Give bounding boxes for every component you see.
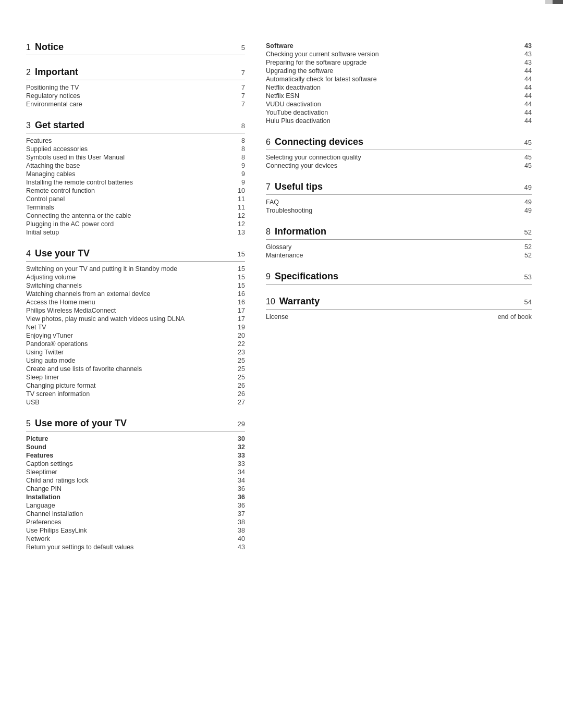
entry-label: Control panel: [26, 195, 229, 203]
section-page: 29: [238, 420, 245, 428]
entry-page: 33: [229, 460, 245, 467]
section-number: 4: [26, 249, 31, 258]
section-number: 7: [266, 182, 271, 192]
entry-label: Return your settings to default values: [26, 544, 229, 551]
toc-entry: Network40: [26, 535, 245, 543]
entry-label: Supplied accessories: [26, 145, 229, 153]
entry-page: 52: [516, 252, 532, 259]
entry-page: 10: [229, 187, 245, 194]
toc-entry: Remote control function10: [26, 187, 245, 195]
entry-page: 44: [516, 92, 532, 100]
entry-label: Installing the remote control batteries: [26, 179, 229, 186]
toc-entry: Regulatory notices7: [26, 92, 245, 100]
toc-entry: Maintenance52: [266, 251, 532, 260]
section-number: 1: [26, 43, 31, 52]
entry-page: end of book: [498, 313, 532, 320]
entry-label: VUDU deactivation: [266, 101, 516, 108]
toc-entry: Watching channels from an external devic…: [26, 290, 245, 298]
entry-label: Use Philips EasyLink: [26, 527, 229, 534]
toc-entry: Terminals11: [26, 203, 245, 212]
entry-page: 7: [229, 84, 245, 91]
entry-page: 36: [229, 485, 245, 492]
section-page: 52: [524, 228, 532, 236]
toc-entry: Features33: [26, 451, 245, 460]
entry-label: Switching on your TV and putting it in S…: [26, 265, 229, 273]
entry-label: Preferences: [26, 519, 229, 526]
entry-page: 25: [229, 357, 245, 364]
entry-label: Software: [266, 42, 516, 50]
section-title: Useful tips: [275, 181, 524, 192]
toc-entry: Automatically check for latest software4…: [266, 75, 532, 83]
entry-label: YouTube deactivation: [266, 109, 516, 116]
entry-label: Preparing for the software upgrade: [266, 59, 516, 66]
toc-entry: YouTube deactivation44: [266, 108, 532, 117]
toc-entry: Use Philips EasyLink38: [26, 526, 245, 535]
entry-label: Plugging in the AC power cord: [26, 220, 229, 228]
entry-page: 16: [229, 299, 245, 306]
entry-label: Upgrading the software: [266, 67, 516, 75]
entry-label: Remote control function: [26, 187, 229, 194]
section-header-10: 10Warranty54: [266, 296, 532, 310]
entry-label: Connecting the antenna or the cable: [26, 212, 229, 219]
entry-page: 44: [516, 67, 532, 75]
entry-page: 23: [229, 349, 245, 356]
entry-label: Symbols used in this User Manual: [26, 154, 229, 161]
entry-label: Maintenance: [266, 252, 516, 259]
entry-label: Child and ratings lock: [26, 477, 229, 484]
entry-label: Environmental care: [26, 101, 229, 108]
entry-label: Using Twitter: [26, 349, 229, 356]
entry-label: Netflix deactivation: [266, 84, 516, 91]
toc-entry: Return your settings to default values43: [26, 543, 245, 551]
toc-entry: Hulu Plus deactivation44: [266, 117, 532, 125]
section-title: Connecting devices: [275, 137, 524, 147]
entry-page: 49: [516, 207, 532, 214]
entry-label: Network: [26, 535, 229, 542]
section-page: 5: [241, 44, 245, 52]
entry-label: Selecting your connection quality: [266, 154, 516, 161]
section-title: Use your TV: [35, 248, 238, 259]
toc-entry: Channel installation37: [26, 510, 245, 518]
section-header-6: 6Connecting devices45: [266, 137, 532, 150]
toc-entry: Netflix ESN44: [266, 92, 532, 100]
toc-entry: Netflix deactivation44: [266, 83, 532, 92]
entry-page: 40: [229, 535, 245, 542]
entry-label: Changing picture format: [26, 382, 229, 389]
toc-entry: Symbols used in this User Manual8: [26, 153, 245, 162]
section-6: 6Connecting devices45Selecting your conn…: [266, 137, 532, 170]
entry-label: Checking your current software version: [266, 51, 516, 58]
entry-page: 25: [229, 365, 245, 373]
toc-entry: Picture30: [26, 435, 245, 443]
entry-label: View photos, play music and watch videos…: [26, 315, 229, 323]
entry-page: 44: [516, 84, 532, 91]
section-software: Software43Checking your current software…: [266, 42, 532, 125]
toc-entry: Net TV19: [26, 323, 245, 331]
toc-entry: FAQ49: [266, 198, 532, 206]
entry-label: Terminals: [26, 204, 229, 211]
entry-page: 9: [229, 170, 245, 178]
toc-entry: Language36: [26, 501, 245, 510]
entry-page: 37: [229, 510, 245, 517]
entry-page: 44: [516, 117, 532, 125]
entry-label: Watching channels from an external devic…: [26, 290, 229, 298]
entry-label: Channel installation: [26, 510, 229, 517]
entry-page: 11: [229, 195, 245, 203]
entry-page: 16: [229, 290, 245, 298]
toc-entry: Control panel11: [26, 195, 245, 203]
section-10: 10Warranty54Licenseend of book: [266, 296, 532, 321]
entry-label: TV screen information: [26, 390, 229, 398]
section-8: 8Information52Glossary52Maintenance52: [266, 226, 532, 260]
section-4: 4Use your TV15Switching on your TV and p…: [26, 248, 245, 406]
entry-label: Installation: [26, 493, 229, 501]
entry-label: Sound: [26, 443, 229, 451]
entry-page: 20: [229, 332, 245, 339]
entry-page: 11: [229, 204, 245, 211]
section-title: Get started: [35, 120, 241, 131]
page-number: [545, 0, 553, 4]
entry-page: 7: [229, 92, 245, 100]
toc-entry: Philips Wireless MediaConnect17: [26, 306, 245, 315]
section-page: 8: [241, 122, 245, 130]
section-number: 2: [26, 68, 31, 77]
toc-entry: Troubleshooting49: [266, 206, 532, 215]
entry-label: Sleeptimer: [26, 468, 229, 476]
entry-label: Switching channels: [26, 282, 229, 289]
